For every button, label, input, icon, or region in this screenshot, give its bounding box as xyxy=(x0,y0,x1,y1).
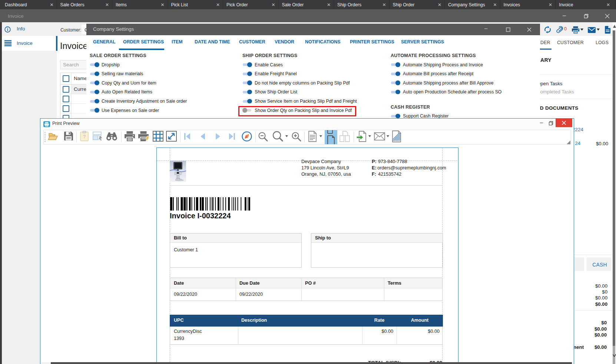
svg-text:?: ? xyxy=(83,134,86,139)
